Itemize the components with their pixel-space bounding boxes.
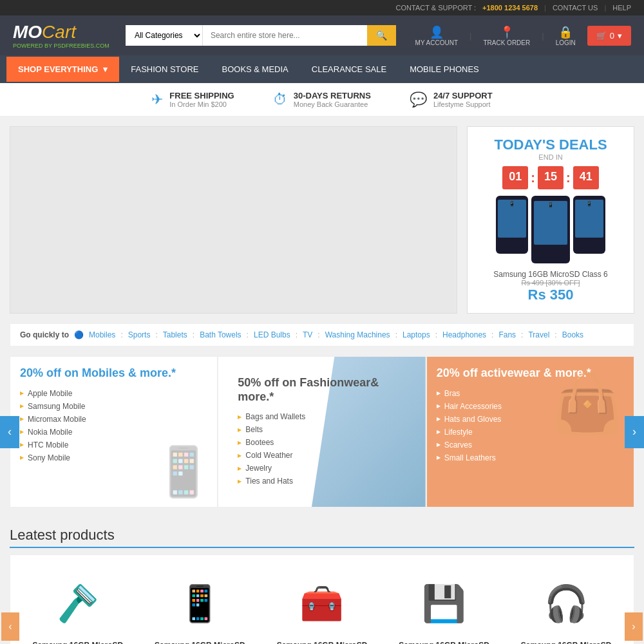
promo-list-item[interactable]: Nokia Mobile [20,426,207,439]
sep2: | [604,4,606,12]
logo-powered: POWERED BY PSDFREEBIES.COM [13,43,109,49]
quick-nav-fans[interactable]: Fans [498,330,516,339]
deal-phone-image: 📱 📱 📱 [477,196,624,263]
promo-list-item[interactable]: Bootees [238,436,406,449]
nav-link-mobile[interactable]: MOBILE PHONES [398,55,491,83]
nav-link-clearance[interactable]: CLEARANCE SALE [300,55,398,83]
products-section: Leatest products ‹ 🪒 Samsung 16GB MicroS… [0,517,644,644]
sep1: | [544,4,546,12]
search-button[interactable]: 🔍 [367,25,396,46]
quick-nav-ledbulbs[interactable]: LED Bulbs [254,330,290,339]
icon-separator-2: | [542,31,544,41]
quick-nav-label: Go quickly to [20,330,69,339]
login-link[interactable]: 🔒 LOGIN [556,25,576,46]
nav-item-fashion[interactable]: FASHION STORE [119,55,210,83]
info-bar: ✈ FREE SHIPPING In Order Min $200 ⏱ 30-D… [0,83,644,117]
nav-link-books[interactable]: BOOKS & MEDIA [210,55,299,83]
promo-prev-button[interactable]: ‹ [0,416,19,448]
product-name-3: Samsung 16GB MicroSD [390,641,499,644]
quick-nav-mobiles[interactable]: Mobiles [89,330,115,339]
promo-list-item[interactable]: Jewelry [238,462,406,475]
support-icon: 💬 [410,91,427,108]
deal-new-price: Rs 350 [477,287,624,303]
hero-banner [10,126,457,314]
returns-title: 30-DAYS RETURNS [294,91,371,100]
quick-nav-icon: 🔵 [74,330,84,339]
promo-panel-mobiles: 20% off on Mobiles & more.* Apple Mobile… [10,356,218,507]
product-name-2: Samsung 16GB MicroSD [267,641,377,644]
promo-section: ‹ 20% off on Mobiles & more.* Apple Mobi… [10,356,634,507]
product-card-2: 🧰 Samsung 16GB MicroSD Class 6 ★★★★☆ Rs … [264,565,380,644]
quick-nav-travel[interactable]: Travel [528,330,549,339]
promo-fashion-title: 50% off on Fashionwear& more.* [238,376,406,404]
product-image-2: 🧰 [267,571,377,636]
support-label: CONTACT & SUPPORT : [396,4,477,12]
help-link[interactable]: HELP [612,4,631,12]
promo-list-item[interactable]: Bags and Wallets [238,410,406,423]
products-prev-button[interactable]: ‹ [1,612,19,641]
phone-right: 📱 [573,196,605,254]
products-carousel: ‹ 🪒 Samsung 16GB MicroSD Class 6 ★★★★☆ R… [10,554,634,644]
phone-screen-right: 📱 [575,200,603,238]
nav-bar: SHOP EVERYTHING ▾ FASHION STORE BOOKS & … [0,55,644,83]
category-select[interactable]: All Categories [126,25,203,46]
activewear-model-image: 👜 [540,357,634,507]
nav-link-fashion[interactable]: FASHION STORE [119,55,210,83]
quick-nav-sports[interactable]: Sports [128,330,151,339]
product-image-0: 🪒 [23,571,133,636]
quick-nav-books[interactable]: Books [562,330,583,339]
promo-mobiles-title: 20% off on Mobiles & more.* [20,366,207,381]
promo-list-item[interactable]: Apple Mobile [20,387,207,400]
fashion-content: 50% off on Fashionwear& more.* Bags and … [228,366,415,497]
promo-list-item[interactable]: Samsung Mobile [20,400,207,413]
logo-cart: Cart [42,22,76,42]
nav-item-books[interactable]: BOOKS & MEDIA [210,55,299,83]
promo-list-item[interactable]: Belts [238,423,406,436]
phone-center: 📱 [531,196,570,263]
product-image-1: 📱 [146,571,255,636]
search-input[interactable] [203,25,367,46]
product-image-3: 💾 [390,571,499,636]
quick-nav-tablets[interactable]: Tablets [163,330,187,339]
support-phone: +1800 1234 5678 [482,4,538,12]
promo-next-button[interactable]: › [625,416,644,448]
quick-nav: Go quickly to 🔵 Mobiles : Sports : Table… [10,323,634,346]
nav-item-mobile[interactable]: MOBILE PHONES [398,55,491,83]
returns-icon: ⏱ [273,91,287,108]
contact-us-link[interactable]: CONTACT US [553,4,598,12]
quick-nav-headphones[interactable]: Headphones [442,330,486,339]
top-bar: CONTACT & SUPPORT : +1800 1234 5678 | CO… [0,0,644,15]
product-name-0: Samsung 16GB MicroSD [23,641,133,644]
promo-list-item[interactable]: Ties and Hats [238,475,406,488]
shipping-icon: ✈ [151,91,163,108]
phone-screen-left: 📱 [498,200,526,238]
logo[interactable]: MOCart POWERED BY PSDFREEBIES.COM [13,22,109,49]
deals-panel: TODAY'S DEALS END IN 01 : 15 : 41 📱 📱 � [467,126,634,314]
deal-product-name: Samsung 16GB MicroSD Class 6 [477,270,624,279]
promo-list-item[interactable]: Micromax Mobile [20,413,207,426]
product-card-3: 💾 Samsung 16GB MicroSD Class 6 ★★★★☆ Rs … [386,565,502,644]
info-returns: ⏱ 30-DAYS RETURNS Money Back Guarantee [273,91,371,108]
track-order-link[interactable]: 📍 TRACK ORDER [483,25,530,46]
info-support: 💬 24/7 SUPPORT Lifestyme Support [410,91,493,108]
quick-nav-bathtowels[interactable]: Bath Towels [200,330,241,339]
quick-nav-washing[interactable]: Washing Machines [325,330,390,339]
shipping-sub: In Order Min $200 [169,100,234,108]
quick-nav-tv[interactable]: TV [303,330,312,339]
icon-separator: | [469,31,471,41]
product-image-4: 🎧 [511,571,621,636]
my-account-link[interactable]: 👤 MY ACCOUNT [415,25,459,46]
nav-item-clearance[interactable]: CLEARANCE SALE [300,55,398,83]
cart-button[interactable]: 🛒 0 ▾ [587,26,631,46]
header-icons: 👤 MY ACCOUNT | 📍 TRACK ORDER | 🔒 LOGIN 🛒… [415,25,631,46]
info-shipping: ✈ FREE SHIPPING In Order Min $200 [151,91,234,108]
header: MOCart POWERED BY PSDFREEBIES.COM All Ca… [0,15,644,55]
product-card-1: 📱 Samsung 16GB MicroSD Class 6 ★★★★☆ Rs … [142,565,258,644]
promo-list-item[interactable]: Cold Weather [238,449,406,462]
sep-colon-2: : [566,166,571,189]
quick-nav-laptops[interactable]: Laptops [402,330,430,339]
products-section-title: Leatest products [10,527,634,548]
shop-everything-button[interactable]: SHOP EVERYTHING ▾ [6,57,119,82]
products-next-button[interactable]: › [625,612,643,641]
search-bar: All Categories 🔍 [126,25,396,46]
